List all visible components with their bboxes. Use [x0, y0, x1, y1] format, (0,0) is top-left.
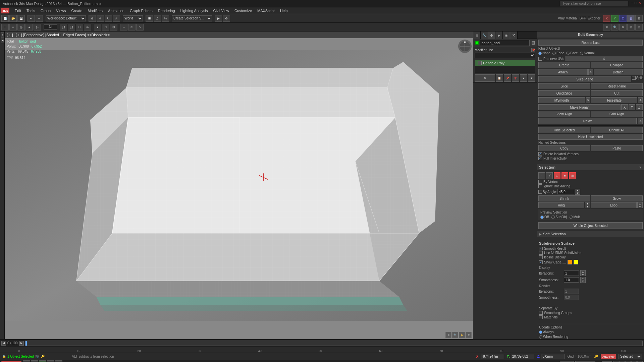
planar-y-btn[interactable]: Y: [629, 104, 635, 110]
detach-btn[interactable]: Detach: [594, 69, 643, 75]
paste-btn[interactable]: Paste: [591, 145, 643, 151]
display-iterations-input[interactable]: [564, 270, 579, 276]
y-coord-input[interactable]: [511, 354, 534, 359]
selection-collapse-btn[interactable]: ▼: [639, 166, 642, 169]
select-btn[interactable]: ⊕: [89, 15, 96, 22]
when-rendering-radio[interactable]: When Rendering: [539, 335, 568, 339]
copy-btn[interactable]: Copy: [538, 145, 590, 151]
msmooth-btn[interactable]: MSmooth: [538, 97, 585, 103]
planar-z-btn[interactable]: Z: [636, 104, 643, 110]
full-interactivity-checkbox[interactable]: [538, 157, 542, 160]
by-angle-input[interactable]: [557, 189, 574, 194]
modifier-copy-btn[interactable]: 📋: [496, 74, 503, 82]
cage-color-box2[interactable]: [574, 260, 578, 264]
save-btn[interactable]: 💾: [17, 15, 25, 22]
viewport-nav-controls[interactable]: ⊕ 🔍 ✋ ↻: [445, 332, 472, 338]
object-name-input[interactable]: [480, 40, 530, 46]
modifier-list-pin[interactable]: 📌: [531, 48, 535, 52]
materials-checkbox[interactable]: [539, 315, 543, 319]
tb2-view-btn5[interactable]: ⊟: [635, 24, 643, 31]
reset-plane-btn[interactable]: Reset Plane: [591, 83, 643, 89]
render-smoothness-input[interactable]: [564, 295, 579, 300]
tb2-select-region[interactable]: □: [102, 24, 109, 31]
slice-btn[interactable]: Slice: [538, 83, 590, 89]
tb2-btn3[interactable]: ◎: [17, 24, 25, 31]
menu-civil[interactable]: Civil View: [211, 8, 232, 13]
split-checkbox[interactable]: [632, 76, 636, 80]
hierarchy-tab[interactable]: ⚙: [488, 32, 495, 39]
tb2-link-btn[interactable]: ⛓: [60, 24, 67, 31]
render-iterations-input[interactable]: [564, 289, 579, 294]
menu-maxscript[interactable]: MAXScript: [255, 8, 277, 13]
hide-unselected-btn[interactable]: Hide Unselected: [538, 134, 643, 140]
render-btn[interactable]: ▶: [215, 15, 222, 22]
render-setup-btn[interactable]: ⚙: [223, 15, 230, 22]
cage-color-box1[interactable]: [568, 260, 572, 264]
tb2-btn2[interactable]: ○: [9, 24, 17, 31]
tessellate-btn[interactable]: Tessellate: [591, 97, 638, 103]
menu-graph-editors[interactable]: Graph Editors: [127, 8, 155, 13]
play-btn[interactable]: ▶: [39, 360, 46, 362]
hide-selected-btn[interactable]: Hide Selected: [538, 127, 590, 133]
z-axis-btn[interactable]: Z: [619, 15, 627, 22]
prev-key-btn[interactable]: ◀|: [31, 360, 38, 362]
go-end-btn[interactable]: ▶|: [55, 360, 62, 362]
redo-btn[interactable]: ↪: [36, 15, 43, 22]
modifier-down-btn[interactable]: ▼: [528, 74, 535, 82]
repeat-last-btn[interactable]: Repeat Last: [538, 40, 643, 46]
tb2-unbind-btn[interactable]: ⊗: [84, 24, 91, 31]
left-tool-2[interactable]: ◀: [1, 38, 4, 43]
vertex-icon[interactable]: ·: [538, 172, 545, 179]
orientation-gizmo[interactable]: Y: [458, 40, 472, 53]
y-axis-btn[interactable]: Y: [611, 15, 619, 22]
smoothing-groups-checkbox[interactable]: [539, 311, 543, 315]
zoom-extents-btn[interactable]: ⊕: [445, 332, 451, 338]
ignore-backfacing-checkbox[interactable]: [538, 184, 542, 188]
tb2-select-window[interactable]: ⊡: [110, 24, 117, 31]
tb2-view-btn1[interactable]: 👁: [603, 24, 610, 31]
tb2-view-btn3[interactable]: ⊕: [619, 24, 627, 31]
make-planar-btn[interactable]: Make Planar: [538, 104, 621, 110]
zoom-btn[interactable]: 🔍: [452, 332, 458, 338]
create-btn[interactable]: Create: [538, 62, 590, 68]
border-icon[interactable]: □: [554, 172, 560, 179]
modifier-visibility-checkbox[interactable]: [478, 61, 482, 65]
menu-create[interactable]: Create: [68, 8, 85, 13]
loop-spinner[interactable]: ▲▼: [637, 202, 643, 208]
constraint-normal-radio[interactable]: Normal: [580, 51, 595, 55]
edge-icon[interactable]: ╱: [546, 172, 553, 179]
constraint-none-radio[interactable]: None: [538, 51, 550, 55]
slice-plane-btn[interactable]: Slice Plane: [538, 76, 631, 82]
tb2-btn5[interactable]: ▷: [34, 24, 41, 31]
motion-tab[interactable]: ▶: [495, 32, 503, 39]
modifier-delete-btn[interactable]: 🗑: [512, 74, 519, 82]
whole-object-selected-btn[interactable]: Whole Object Selected: [538, 222, 643, 229]
smooth-result-checkbox[interactable]: [539, 247, 543, 250]
by-angle-spinner[interactable]: ▲▼: [575, 189, 580, 195]
move-btn[interactable]: ✛: [97, 15, 104, 22]
next-key-btn[interactable]: |▶: [47, 360, 54, 362]
xyz-all-btn[interactable]: ▦: [627, 15, 635, 22]
modify-tab[interactable]: 🔧: [481, 32, 488, 39]
x-axis-btn[interactable]: X: [603, 15, 610, 22]
menu-views[interactable]: Views: [53, 8, 68, 13]
grow-btn[interactable]: Grow: [591, 195, 643, 201]
preview-multi-radio[interactable]: Multi: [570, 215, 581, 219]
ring-spinner[interactable]: ▲▼: [585, 202, 590, 208]
by-angle-checkbox[interactable]: [538, 190, 542, 194]
create-sel-select[interactable]: Create Selection S...: [172, 15, 212, 21]
prev-frame-btn[interactable]: ◀: [1, 341, 6, 346]
collapse-btn[interactable]: Collapse: [591, 62, 643, 68]
tessellate-settings-btn[interactable]: ⚙: [638, 97, 643, 103]
menu-tools[interactable]: Tools: [24, 8, 38, 13]
menu-group[interactable]: Group: [38, 8, 54, 13]
snap-btn[interactable]: 🔲: [146, 15, 153, 22]
viewport[interactable]: [ + ] [ + ] [Perspective] [Shaded + Edge…: [5, 32, 473, 339]
orbit-btn[interactable]: ↻: [466, 332, 472, 338]
constraint-face-radio[interactable]: Face: [566, 51, 578, 55]
tb2-scale-btn[interactable]: ⤡: [136, 24, 144, 31]
tb2-view-btn2[interactable]: 🔍: [611, 24, 619, 31]
rotate-btn[interactable]: ↻: [105, 15, 112, 22]
planar-x-btn[interactable]: X: [621, 104, 628, 110]
view-align-btn[interactable]: View Align: [538, 111, 590, 117]
